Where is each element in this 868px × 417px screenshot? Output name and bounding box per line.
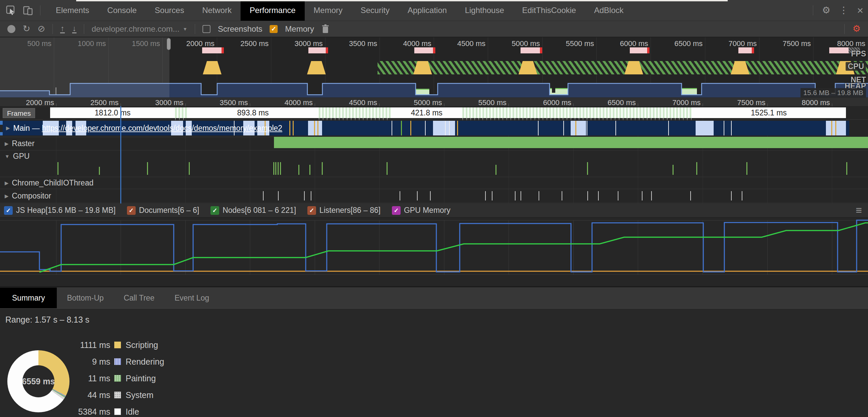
tab-application[interactable]: Application [399, 0, 456, 21]
timeline-playhead[interactable] [120, 106, 121, 204]
compositor-track[interactable]: ▶ Compositor [0, 189, 868, 203]
main-event-tick [615, 121, 616, 135]
memory-gridline [508, 220, 509, 275]
counter-toggle[interactable]: ✓Listeners[86 – 86] [307, 206, 380, 215]
overview-tick-label: 8000 ms [814, 39, 865, 48]
counter-checkbox[interactable]: ✓ [4, 206, 13, 215]
frame-segment[interactable]: 893.8 ms [187, 107, 319, 118]
fps-axis-label: FPS [851, 49, 866, 58]
timeline-overview[interactable]: 500 ms1000 ms1500 ms2000 ms2500 ms3000 m… [0, 37, 868, 97]
legend-row: 11 msPainting [0, 372, 234, 384]
frames-track-badge[interactable]: Frames [3, 108, 35, 118]
counter-checkbox[interactable]: ✓ [307, 206, 316, 215]
memory-counter-graph[interactable] [0, 217, 868, 286]
overview-tick-label: 7000 ms [706, 39, 757, 48]
selection-left-handle[interactable] [167, 38, 171, 50]
tab-security[interactable]: Security [351, 0, 399, 21]
settings-gear-icon[interactable]: ⚙ [822, 6, 830, 15]
screenshots-checkbox[interactable] [203, 25, 211, 33]
counter-checkbox[interactable]: ✓ [127, 206, 136, 215]
gpu-track[interactable]: ▼ GPU [0, 150, 868, 177]
ruler-tick [508, 103, 509, 106]
memory-gridline [573, 220, 574, 275]
raster-track[interactable]: ▶ Raster [0, 137, 868, 150]
record-button[interactable] [7, 25, 16, 33]
frames-track[interactable]: Frames 1812.0 ms893.8 ms421.8 ms1525.1 m… [0, 106, 868, 119]
compositor-activity-tick [400, 191, 400, 201]
io-track-label[interactable]: ▶ Chrome_ChildIOThread [5, 178, 94, 187]
tab-sources[interactable]: Sources [146, 0, 193, 21]
compositor-activity-tick [430, 191, 431, 201]
long-frame-bar-tip [326, 47, 328, 54]
cpu-scripting-spike [203, 61, 221, 74]
frame-segment[interactable]: 1525.1 ms [691, 107, 846, 118]
overview-tick-label: 2500 ms [218, 39, 269, 48]
details-tab-event-log[interactable]: Event Log [164, 287, 219, 308]
counter-toggle[interactable]: ✓Nodes[6 081 – 6 221] [211, 206, 296, 215]
tab-elements[interactable]: Elements [47, 0, 98, 21]
main-activity-block[interactable] [308, 121, 322, 135]
compositor-activity-tick [618, 191, 618, 201]
close-devtools-icon[interactable]: × [857, 5, 863, 16]
chrome-childiothread-track[interactable]: ▶ Chrome_ChildIOThread [0, 177, 868, 189]
counter-toggle[interactable]: ✓Documents[6 – 6] [127, 206, 199, 215]
main-thread-track[interactable]: ▶ Main — https://developer.chrome.com/de… [0, 119, 868, 137]
ruler-tick [768, 103, 768, 106]
counter-label: Documents[6 – 6] [139, 206, 199, 215]
collapse-arrow-icon[interactable]: ▼ [5, 153, 10, 159]
frame-segment[interactable] [319, 107, 391, 118]
details-tab-call-tree[interactable]: Call Tree [114, 287, 164, 308]
frame-segment[interactable] [462, 107, 691, 118]
compositor-track-label[interactable]: ▶ Compositor [5, 192, 51, 201]
hamburger-menu-icon[interactable]: ≡ [856, 206, 868, 215]
history-dropdown[interactable]: developer.chrome.com... ▼ [92, 24, 187, 34]
overview-tick-label: 2000 ms [164, 39, 215, 48]
capture-settings-gear-icon[interactable]: ⚙ [852, 24, 861, 33]
more-menu-kebab-icon[interactable]: ⋮ [839, 6, 848, 15]
long-frame-bar [738, 47, 752, 54]
details-tab-summary[interactable]: Summary [0, 287, 57, 308]
inspect-element-icon[interactable] [6, 5, 16, 15]
tab-editthiscookie[interactable]: EditThisCookie [513, 0, 585, 21]
raster-track-label[interactable]: ▶ Raster [5, 139, 34, 148]
counter-toggle[interactable]: ✓JS Heap[15.6 MB – 19.8 MB] [4, 206, 116, 215]
load-profile-icon[interactable]: ↑ [60, 24, 65, 33]
ruler-tick [379, 103, 379, 106]
frame-segment[interactable]: 1812.0 ms [50, 107, 175, 118]
main-scripting-tick [831, 121, 832, 135]
memory-checkbox[interactable]: ✓ [270, 25, 278, 33]
counter-checkbox[interactable]: ✓ [392, 206, 401, 215]
expand-arrow-icon[interactable]: ▶ [6, 125, 10, 131]
gpu-track-label[interactable]: ▼ GPU [5, 152, 30, 161]
tab-network[interactable]: Network [193, 0, 241, 21]
save-profile-icon[interactable]: ↓ [72, 24, 77, 33]
overview-tick-label: 4000 ms [380, 39, 431, 48]
expand-arrow-icon[interactable]: ▶ [5, 141, 9, 147]
frame-segment[interactable] [175, 107, 187, 118]
device-toolbar-icon[interactable] [23, 5, 33, 15]
frame-segment[interactable]: 421.8 ms [391, 107, 462, 118]
counter-checkbox[interactable]: ✓ [211, 206, 219, 215]
tab-memory[interactable]: Memory [305, 0, 352, 21]
flame-chart-tracks[interactable]: Frames 1812.0 ms893.8 ms421.8 ms1525.1 m… [0, 106, 868, 204]
expand-arrow-icon[interactable]: ▶ [5, 193, 9, 199]
expand-arrow-icon[interactable]: ▶ [5, 180, 9, 186]
main-activity-block[interactable] [433, 121, 455, 135]
main-event-tick [563, 121, 564, 135]
main-activity-block[interactable] [571, 121, 586, 135]
raster-activity-bar[interactable] [274, 137, 868, 148]
tab-adblock[interactable]: AdBlock [585, 0, 632, 21]
clear-recording-icon[interactable]: ⊘ [38, 24, 45, 33]
tab-performance[interactable]: Performance [241, 0, 304, 21]
garbage-collect-trash-icon[interactable] [321, 24, 330, 34]
tab-console[interactable]: Console [98, 0, 146, 21]
main-thread-bar[interactable]: ▶ Main — https://developer.chrome.com/de… [3, 121, 849, 135]
legend-value: 1111 ms [33, 340, 110, 350]
reload-and-record-icon[interactable]: ↻ [23, 24, 30, 33]
range-label: Range: 1.57 s – 8.13 s [5, 315, 90, 324]
counter-toggle[interactable]: ✓GPU Memory [392, 206, 451, 215]
main-activity-block[interactable] [695, 121, 714, 135]
timeline-ruler[interactable]: 2000 ms2500 ms3000 ms3500 ms4000 ms4500 … [0, 98, 868, 106]
details-tab-bottom-up[interactable]: Bottom-Up [57, 287, 114, 308]
tab-lighthouse[interactable]: Lighthouse [456, 0, 513, 21]
